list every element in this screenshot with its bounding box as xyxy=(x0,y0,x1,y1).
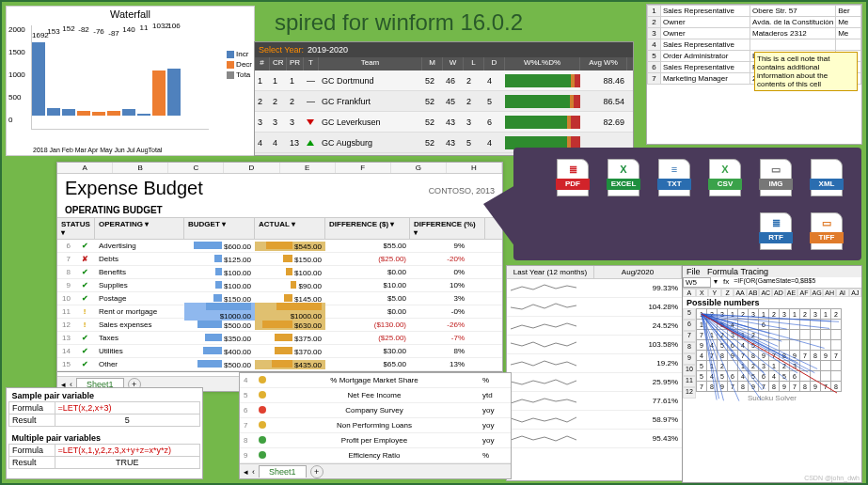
team-row[interactable]: 333 GC Leverkusen 524336 82.69 xyxy=(255,112,633,133)
spark-row[interactable]: 19.2% xyxy=(507,354,682,373)
export-pdf-button[interactable]: ≣ PDF xyxy=(557,159,589,196)
waterfall-bar: 140 xyxy=(122,37,135,129)
grid-row[interactable]: 1Sales RepresentativeObere Str. 57Ber xyxy=(648,6,861,17)
kpi-row[interactable]: 7 Non Performing Loans yoy xyxy=(240,418,511,433)
sheet-tab[interactable]: Sheet1 xyxy=(259,465,307,477)
result-2: TRUE xyxy=(55,456,199,468)
sudoku-title: Possible numbers xyxy=(683,297,861,308)
sudoku-footer: Sudoku Solver xyxy=(683,392,861,404)
kpi-row[interactable]: 6 Company Survey yoy xyxy=(240,403,511,418)
budget-row[interactable]: 11 ! Rent or mortgage $1000.00 $1000.00 … xyxy=(57,305,502,319)
budget-row[interactable]: 12 ! Sales expenses $500.00 $630.00 ($13… xyxy=(57,319,502,332)
sudoku-panel: File Formula Tracing W5 ▾ fx =IF(OR(Game… xyxy=(682,265,862,483)
let-formula-panel: Sample pair variable Formula=LET(x,2,x+3… xyxy=(6,387,203,479)
formula-heading-2: Multiple pair variables xyxy=(9,432,200,445)
cell-note-grid: 1Sales RepresentativeObere Str. 57Ber2Ow… xyxy=(646,4,862,145)
formula-heading-1: Sample pair variable xyxy=(9,390,200,402)
waterfall-bar: 152 xyxy=(62,36,75,129)
name-box[interactable]: W5 xyxy=(683,277,711,288)
spark-row[interactable]: 25.95% xyxy=(507,373,682,392)
budget-row[interactable]: 9 ✔ Supplies $100.00 $90.00 $10.00 10% xyxy=(57,279,502,292)
waterfall-title: Waterfall xyxy=(7,7,254,22)
waterfall-bar: -87 xyxy=(107,40,120,129)
waterfall-chart: Waterfall 2000150010005000 1692153152-82… xyxy=(6,6,255,156)
grid-row[interactable]: 4Sales Representative xyxy=(648,39,861,51)
formula-1[interactable]: =LET(x,2,x+3) xyxy=(55,402,199,415)
export-xml-button[interactable]: XML xyxy=(811,159,843,196)
budget-row[interactable]: 6 ✔ Advertising $600.00 $545.00 $55.00 9… xyxy=(57,240,502,253)
expense-budget-sheet: ABCDEFGH Expense Budget CONTOSO, 2013 OP… xyxy=(56,162,503,392)
formula-bar[interactable]: =IF(OR(GameState=0,$B$5 xyxy=(732,277,861,288)
menu-formula-tracing[interactable]: Formula Tracing xyxy=(707,267,768,276)
export-excel-button[interactable]: X EXCEL xyxy=(608,159,639,196)
cell-note-tooltip: This is a cell note that contains additi… xyxy=(754,52,858,91)
team-table-panel: Select Year: 2019-2020 #CRPRTTeamMWLDW%L… xyxy=(254,41,634,156)
grid-row[interactable]: 3OwnerMataderos 2312Me xyxy=(648,28,861,39)
credit: CSDN @john_dwh xyxy=(804,475,860,481)
add-sheet-button[interactable]: + xyxy=(310,465,324,478)
spark-row[interactable]: 77.61% xyxy=(507,392,682,411)
waterfall-bar: -82 xyxy=(77,37,90,129)
waterfall-bar: 1032 xyxy=(152,33,166,129)
budget-row[interactable]: 7 ✘ Debts $125.00 $150.00 ($25.00) -20% xyxy=(57,253,502,266)
budget-section: OPERATING BUDGET xyxy=(57,203,502,217)
waterfall-bar: 106 xyxy=(167,33,181,129)
waterfall-xlabels: 2018 Jan Feb Mar Apr May Jun Jul AugTota… xyxy=(33,147,162,153)
waterfall-bar: 1692 xyxy=(32,42,45,129)
formula-2[interactable]: =LET(x,1,y,2,z,3,x+y+z=x*y*z) xyxy=(55,444,199,456)
kpi-row[interactable]: 4 % Mortgage Market Share % xyxy=(240,373,511,388)
result-1: 5 xyxy=(55,415,199,427)
kpi-panel: 4 % Mortgage Market Share % 5 Net Fee In… xyxy=(239,372,512,479)
sparkline-panel: Last Year (12 months) Aug/2020 99.33% 10… xyxy=(506,265,683,481)
export-txt-button[interactable]: ≡ TXT xyxy=(658,159,690,196)
spark-row[interactable]: 58.97% xyxy=(507,411,682,430)
budget-row[interactable]: 8 ✔ Benefits $100.00 $100.00 $0.00 0% xyxy=(57,266,502,279)
watermark-text: spired for winform 16.0.2 xyxy=(275,9,523,36)
budget-row[interactable]: 15 ✔ Other $500.00 $435.00 $65.00 13% xyxy=(57,358,502,371)
kpi-row[interactable]: 5 Net Fee Income ytd xyxy=(240,388,511,403)
spark-row[interactable]: 103.58% xyxy=(507,336,682,354)
waterfall-legend: IncrDecrTota xyxy=(227,50,252,81)
kpi-row[interactable]: 8 Profit per Employee yoy xyxy=(240,433,511,448)
export-panel: ≣ PDF X EXCEL ≡ TXT X CSV ▭ IMG XML ≣ RT… xyxy=(513,148,861,260)
year-value[interactable]: 2019-2020 xyxy=(308,45,348,55)
select-year-label: Select Year: xyxy=(255,45,308,55)
export-img-button[interactable]: ▭ IMG xyxy=(760,159,792,196)
export-tiff-button[interactable]: ▭ TIFF xyxy=(811,212,843,250)
grid-row[interactable]: 2OwnerAvda. de la ConstituciónMe xyxy=(648,17,861,28)
menu-file[interactable]: File xyxy=(687,267,701,276)
spark-row[interactable]: 95.43% xyxy=(507,430,682,448)
team-row[interactable]: 222 —GC Frankfurt 524525 86.54 xyxy=(255,91,633,112)
team-row[interactable]: 111 —GC Dortmund 524624 88.46 xyxy=(255,70,633,91)
export-csv-button[interactable]: X CSV xyxy=(709,159,741,196)
budget-row[interactable]: 13 ✔ Taxes $350.00 $375.00 ($25.00) -7% xyxy=(57,332,502,345)
waterfall-bar: -76 xyxy=(92,39,105,129)
export-rtf-button[interactable]: ≣ RTF xyxy=(760,212,792,250)
waterfall-bar: 11 xyxy=(137,35,150,129)
kpi-row[interactable]: 9 Efficiency Ratio % xyxy=(240,448,511,463)
spark-row[interactable]: 104.28% xyxy=(507,298,682,317)
spark-row[interactable]: 99.33% xyxy=(507,279,682,298)
budget-row[interactable]: 14 ✔ Utilities $400.00 $370.00 $30.00 8% xyxy=(57,345,502,358)
waterfall-bar: 153 xyxy=(47,39,60,129)
spark-row[interactable]: 24.52% xyxy=(507,317,682,336)
